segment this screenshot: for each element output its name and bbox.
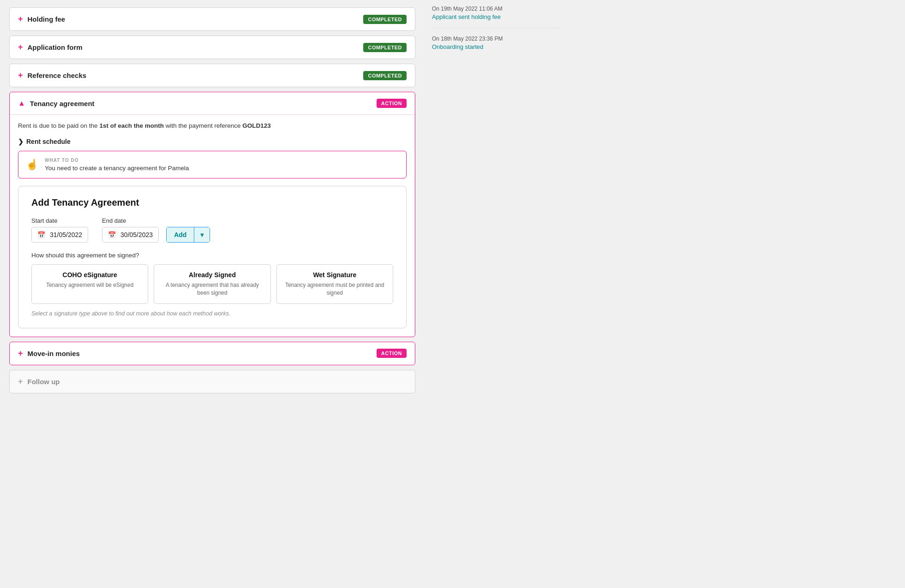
follow-up-title: Follow up [28, 378, 407, 386]
add-dropdown-button[interactable]: ▼ [194, 227, 210, 242]
signature-option-coho[interactable]: COHO eSignature Tenancy agreement will b… [31, 264, 148, 304]
already-signed-title: Already Signed [162, 271, 263, 279]
end-date-input[interactable]: 📅 30/05/2023 [102, 227, 159, 243]
add-button[interactable]: Add [167, 227, 194, 242]
sidebar: On 19th May 2022 11:06 AM Applicant sent… [425, 0, 568, 588]
reference-checks-title: Reference checks [28, 71, 364, 79]
end-date-label: End date [102, 217, 210, 224]
move-in-monies-accordion: + Move-in monies ACTION [9, 342, 415, 365]
what-to-do-text: You need to create a tenancy agreement f… [45, 165, 189, 172]
move-in-monies-title: Move-in monies [28, 350, 377, 357]
follow-up-accordion: + Follow up [9, 370, 415, 393]
timeline-event-1: Applicant sent holding fee [432, 13, 560, 20]
timeline-divider [432, 28, 560, 28]
plus-icon: + [18, 349, 23, 358]
start-date-field: Start date 📅 31/05/2022 [31, 217, 88, 243]
add-tenancy-title: Add Tenancy Agreement [31, 197, 393, 208]
timeline-entry-1: On 19th May 2022 11:06 AM Applicant sent… [432, 6, 560, 20]
move-in-monies-header[interactable]: + Move-in monies ACTION [10, 342, 415, 365]
signature-question: How should this agreement be signed? [31, 252, 393, 259]
timeline-entry-2: On 18th May 2022 23:36 PM Onboarding sta… [432, 36, 560, 50]
signature-options: COHO eSignature Tenancy agreement will b… [31, 264, 393, 304]
already-signed-desc: A tenancy agreement that has already bee… [162, 281, 263, 297]
holding-fee-header[interactable]: + Holding fee COMPLETED [10, 8, 415, 30]
chevron-right-icon: ❯ [18, 138, 24, 145]
application-form-header[interactable]: + Application form COMPLETED [10, 36, 415, 59]
end-date-value: 30/05/2023 [120, 231, 153, 238]
wet-signature-desc: Tenancy agreement must be printed and si… [284, 281, 385, 297]
application-form-title: Application form [28, 43, 364, 51]
timeline-date-1: On 19th May 2022 11:06 AM [432, 6, 560, 12]
add-btn-group: Add ▼ [166, 227, 210, 243]
rent-schedule-toggle[interactable]: ❯ Rent schedule [18, 135, 407, 151]
timeline-date-2: On 18th May 2022 23:36 PM [432, 36, 560, 42]
signature-hint: Select a signature type above to find ou… [31, 310, 393, 317]
start-date-input[interactable]: 📅 31/05/2022 [31, 227, 88, 243]
holding-fee-title: Holding fee [28, 15, 364, 23]
timeline-event-2: Onboarding started [432, 43, 560, 50]
start-date-value: 31/05/2022 [50, 231, 82, 238]
reference-checks-badge: COMPLETED [363, 71, 407, 80]
application-form-badge: COMPLETED [363, 43, 407, 52]
application-form-accordion: + Application form COMPLETED [9, 36, 415, 59]
tenancy-agreement-badge: ACTION [377, 99, 407, 108]
what-to-do-box: ☝ WHAT TO DO You need to create a tenanc… [18, 151, 407, 178]
holding-fee-badge: COMPLETED [363, 15, 407, 24]
coho-esignature-title: COHO eSignature [39, 271, 140, 279]
rent-schedule-label: Rent schedule [26, 138, 71, 145]
reference-checks-header[interactable]: + Reference checks COMPLETED [10, 64, 415, 87]
calendar-icon-end: 📅 [108, 231, 116, 238]
start-date-label: Start date [31, 217, 88, 224]
calendar-icon: 📅 [37, 231, 45, 238]
signature-option-wet-signature[interactable]: Wet Signature Tenancy agreement must be … [276, 264, 393, 304]
end-date-field: End date 📅 30/05/2023 Add ▼ [102, 217, 210, 243]
tenancy-agreement-header[interactable]: ▲ Tenancy agreement ACTION [10, 92, 415, 114]
move-in-monies-badge: ACTION [377, 349, 407, 358]
date-row: Start date 📅 31/05/2022 End date 📅 30/ [31, 217, 393, 243]
what-to-do-content: WHAT TO DO You need to create a tenancy … [45, 158, 189, 172]
plus-icon: + [18, 42, 23, 52]
chevron-up-icon: ▲ [18, 99, 25, 107]
add-tenancy-card: Add Tenancy Agreement Start date 📅 31/05… [18, 186, 407, 328]
holding-fee-accordion: + Holding fee COMPLETED [9, 7, 415, 31]
tenancy-agreement-title: Tenancy agreement [30, 100, 377, 107]
signature-option-already-signed[interactable]: Already Signed A tenancy agreement that … [154, 264, 270, 304]
follow-up-header[interactable]: + Follow up [10, 370, 415, 393]
coho-esignature-desc: Tenancy agreement will be eSigned [39, 281, 140, 289]
reference-checks-accordion: + Reference checks COMPLETED [9, 64, 415, 87]
plus-icon: + [18, 14, 23, 24]
hand-icon: ☝ [26, 159, 38, 171]
plus-icon: + [18, 377, 23, 386]
wet-signature-title: Wet Signature [284, 271, 385, 279]
what-to-do-label: WHAT TO DO [45, 158, 189, 163]
tenancy-agreement-body: Rent is due to be paid on the 1st of eac… [10, 114, 415, 337]
plus-icon: + [18, 71, 23, 80]
rent-info: Rent is due to be paid on the 1st of eac… [18, 115, 407, 135]
tenancy-agreement-accordion: ▲ Tenancy agreement ACTION Rent is due t… [9, 92, 415, 337]
